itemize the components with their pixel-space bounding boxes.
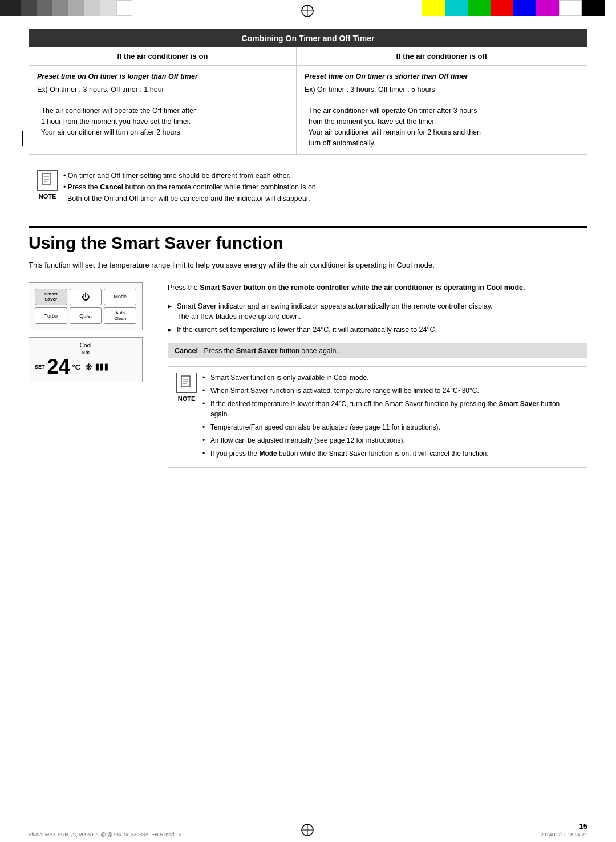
strip-blue — [513, 0, 536, 16]
strip-red — [491, 0, 513, 16]
strip-white — [116, 0, 132, 16]
display-degree: °C — [72, 363, 81, 371]
compass-top — [301, 5, 315, 18]
timer-table: Combining On Timer and Off Timer If the … — [29, 29, 587, 155]
note-label: NOTE — [39, 193, 56, 200]
note-item-4: Temperature/Fan speed can also be adjust… — [202, 422, 579, 432]
note-item-3: If the desired temperature is lower than… — [202, 399, 579, 419]
press-instruction: Press the Smart Saver button on the remo… — [168, 282, 587, 293]
strip-gray1 — [52, 0, 68, 16]
timer-subheader-row: If the air conditioner is on If the air … — [29, 47, 587, 66]
footer-right: 2014/12/11 18:24:21 — [540, 832, 587, 837]
strip-black — [0, 0, 21, 16]
note-item-6: If you press the Mode button while the S… — [202, 448, 579, 459]
strip-magenta — [536, 0, 559, 16]
strip-yellow — [422, 0, 445, 16]
smart-saver-note-box: NOTE Smart Saver function is only availa… — [168, 366, 587, 468]
note-item-5: Air flow can be adjusted manually (see p… — [202, 435, 579, 446]
mode-btn: Mode — [104, 289, 136, 305]
remote-grid: SmartSaver ⏻ Mode Turbo Quiet AutoClean — [35, 289, 136, 324]
note-document-icon — [37, 170, 58, 191]
note-label-2: NOTE — [178, 395, 196, 402]
cancel-label: Cancel — [175, 347, 198, 355]
timer-col1-header: If the air conditioner is on — [29, 47, 297, 66]
timer-content-row: Preset time on On timer is longer than O… — [29, 66, 587, 155]
display-temp-row: SET 24 °C ❋ ▋▋▋ — [35, 357, 136, 377]
timer-col1-content: Preset time on On timer is longer than O… — [29, 66, 297, 155]
display-set-label: SET — [35, 364, 45, 370]
strip-light2 — [100, 0, 116, 16]
display-cool-label: Cool — [35, 342, 136, 349]
timer-note-text: • On timer and Off timer setting time sh… — [63, 170, 318, 204]
timer-col2-header: If the air conditioner is off — [296, 47, 587, 66]
page-number: 15 — [579, 822, 587, 831]
left-column: SmartSaver ⏻ Mode Turbo Quiet AutoClean … — [29, 282, 154, 468]
right-column: Press the Smart Saver button on the remo… — [168, 282, 587, 468]
display-diagram: Cool ❄❄ SET 24 °C ❋ ▋▋▋ — [29, 337, 143, 382]
timer-col2-preset-title: Preset time on On timer is shorter than … — [305, 71, 579, 82]
bullet-2: If the current set temperature is lower … — [168, 325, 587, 335]
strip-green — [468, 0, 491, 16]
corner-mark-br — [586, 812, 595, 821]
bullet-1: Smart Saver indicator and air swing indi… — [168, 301, 587, 323]
strip-cyan — [445, 0, 468, 16]
smart-saver-notes: Smart Saver function is only available i… — [202, 373, 579, 462]
footer: Vivaldi MAX EUR_AQV09&12U@ @ IB&IM_33988… — [29, 832, 587, 837]
strip-white2 — [559, 0, 582, 16]
timer-col2-example: Ex) On timer : 3 hours, Off timer : 5 ho… — [305, 86, 435, 94]
timer-col1-preset-title: Preset time on On timer is longer than O… — [37, 71, 288, 82]
smart-saver-content: SmartSaver ⏻ Mode Turbo Quiet AutoClean … — [29, 282, 587, 468]
strip-black2 — [582, 0, 605, 16]
timer-note-box: NOTE • On timer and Off timer setting ti… — [29, 164, 587, 211]
note-icon-area-2: NOTE — [176, 373, 197, 402]
strip-gray2 — [68, 0, 84, 16]
main-content: Combining On Timer and Off Timer If the … — [29, 29, 587, 813]
corner-mark-bl — [21, 812, 30, 821]
note-item-2: When Smart Saver function is activated, … — [202, 386, 579, 396]
timer-col2-content: Preset time on On timer is shorter than … — [296, 66, 587, 155]
corner-mark-tr — [586, 21, 595, 30]
note-bullet-2: • Press the Cancel button on the remote … — [63, 183, 318, 203]
turbo-btn: Turbo — [35, 307, 67, 324]
display-signal-icon: ▋▋▋ — [96, 364, 110, 370]
footer-left: Vivaldi MAX EUR_AQV09&12U@ @ IB&IM_33988… — [29, 832, 181, 837]
strip-light1 — [84, 0, 100, 16]
strip-right — [422, 0, 616, 16]
strip-dark1 — [21, 0, 37, 16]
smart-saver-bullets: Smart Saver indicator and air swing indi… — [168, 301, 587, 335]
section-divider — [29, 226, 587, 228]
strip-left — [0, 0, 194, 16]
note-bullet-1: • On timer and Off timer setting time sh… — [63, 172, 291, 180]
margin-line — [22, 131, 23, 146]
strip-dark2 — [37, 0, 52, 16]
display-temperature: 24 — [47, 357, 70, 377]
display-fan-icon: ❋ — [85, 362, 92, 373]
smart-saver-description: This function will set the temperature r… — [29, 260, 587, 271]
timer-section: Combining On Timer and Off Timer If the … — [29, 29, 587, 211]
remote-diagram: SmartSaver ⏻ Mode Turbo Quiet AutoClean — [29, 282, 143, 330]
timer-col2-detail: - The air conditioner will operate On ti… — [305, 107, 481, 147]
note-document-icon-2 — [176, 373, 197, 393]
note-icon-area: NOTE — [37, 170, 58, 200]
timer-title: Combining On Timer and Off Timer — [29, 29, 587, 48]
power-btn: ⏻ — [70, 289, 102, 305]
timer-header-row: Combining On Timer and Off Timer — [29, 29, 587, 48]
cancel-bar: Cancel Press the Smart Saver button once… — [168, 343, 587, 358]
timer-col1-example: Ex) On timer : 3 hours, Off timer : 1 ho… — [37, 86, 164, 94]
smart-saver-heading: Using the Smart Saver function — [29, 233, 587, 253]
auto-clean-btn: AutoClean — [104, 307, 136, 324]
smart-saver-btn: SmartSaver — [35, 289, 67, 305]
quiet-btn: Quiet — [70, 307, 102, 324]
note-item-1: Smart Saver function is only available i… — [202, 373, 579, 383]
timer-col1-detail: - The air conditioner will operate the O… — [37, 107, 196, 136]
